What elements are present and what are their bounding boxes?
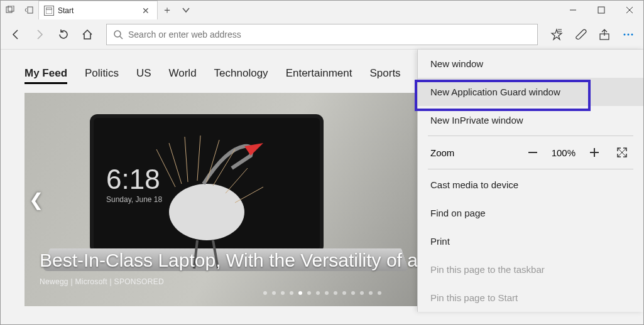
svg-line-20 bbox=[185, 137, 188, 182]
browser-tab[interactable]: Start ✕ bbox=[38, 1, 158, 19]
minimize-button[interactable] bbox=[559, 1, 587, 19]
carousel-dot[interactable] bbox=[263, 291, 267, 295]
tab-preview-button[interactable] bbox=[1, 6, 19, 14]
new-tab-button[interactable]: ＋ bbox=[158, 4, 177, 17]
svg-rect-6 bbox=[598, 7, 604, 13]
menu-cast[interactable]: Cast media to device bbox=[418, 171, 643, 199]
menu-zoom-row: Zoom 100% bbox=[418, 137, 643, 168]
forward-button[interactable] bbox=[28, 23, 51, 46]
svg-point-17 bbox=[169, 184, 244, 240]
search-icon bbox=[113, 29, 123, 40]
menu-new-appguard-window[interactable]: New Application Guard window bbox=[418, 78, 643, 106]
feed-nav-item[interactable]: World bbox=[169, 67, 197, 84]
svg-line-25 bbox=[235, 187, 263, 203]
svg-rect-1 bbox=[8, 6, 14, 11]
zoom-in-button[interactable] bbox=[586, 144, 603, 161]
svg-point-15 bbox=[628, 33, 630, 35]
carousel-dot[interactable] bbox=[334, 291, 337, 295]
page-content: My FeedPoliticsUSWorldTechnologyEntertai… bbox=[1, 50, 643, 325]
carousel-dot[interactable] bbox=[369, 291, 373, 295]
home-button[interactable] bbox=[76, 23, 99, 46]
menu-separator bbox=[428, 169, 633, 169]
svg-rect-3 bbox=[46, 8, 52, 14]
menu-new-window[interactable]: New window bbox=[418, 50, 643, 78]
carousel-dot[interactable] bbox=[272, 291, 276, 295]
carousel-dot[interactable] bbox=[290, 291, 293, 295]
toolbar bbox=[1, 19, 643, 50]
feed-nav-item[interactable]: US bbox=[136, 67, 151, 84]
feed-nav-item[interactable]: My Feed bbox=[25, 67, 67, 84]
menu-zoom-label: Zoom bbox=[430, 147, 514, 158]
menu-separator bbox=[428, 136, 633, 136]
tab-favicon bbox=[44, 6, 54, 16]
address-bar[interactable] bbox=[106, 24, 538, 45]
more-button[interactable] bbox=[617, 23, 640, 46]
zoom-out-button[interactable] bbox=[524, 144, 542, 161]
svg-line-24 bbox=[226, 168, 248, 193]
carousel-dot[interactable] bbox=[378, 291, 381, 295]
carousel-dot[interactable] bbox=[298, 291, 302, 295]
tab-actions-button[interactable] bbox=[177, 6, 195, 14]
tab-close-button[interactable]: ✕ bbox=[139, 6, 152, 16]
menu-print[interactable]: Print bbox=[418, 227, 643, 255]
svg-rect-2 bbox=[28, 7, 33, 13]
tab-title: Start bbox=[58, 6, 139, 15]
feed-nav-item[interactable]: Sports bbox=[369, 67, 400, 84]
window-controls bbox=[559, 1, 643, 19]
svg-point-14 bbox=[624, 33, 626, 35]
close-window-button[interactable] bbox=[615, 1, 643, 19]
titlebar-left: Start ✕ ＋ bbox=[1, 1, 195, 19]
carousel-dot[interactable] bbox=[351, 291, 355, 295]
titlebar: Start ✕ ＋ bbox=[1, 1, 643, 19]
back-button[interactable] bbox=[4, 23, 27, 46]
menu-pin-start: Pin this page to Start bbox=[418, 284, 643, 312]
svg-rect-4 bbox=[46, 8, 52, 9]
menu-find[interactable]: Find on page bbox=[418, 199, 643, 227]
share-button[interactable] bbox=[593, 23, 616, 46]
favorites-button[interactable] bbox=[545, 23, 568, 46]
feed-nav-item[interactable]: Politics bbox=[85, 67, 119, 84]
notes-button[interactable] bbox=[569, 23, 592, 46]
feed-nav-item[interactable]: Entertainment bbox=[286, 67, 352, 84]
svg-point-9 bbox=[114, 31, 121, 37]
svg-line-21 bbox=[197, 136, 200, 181]
svg-rect-0 bbox=[6, 7, 12, 13]
refresh-button[interactable] bbox=[52, 23, 75, 46]
carousel-dot[interactable] bbox=[316, 291, 320, 295]
carousel-dot[interactable] bbox=[360, 291, 364, 295]
feed-nav-item[interactable]: Technology bbox=[214, 67, 268, 84]
svg-line-10 bbox=[120, 36, 123, 39]
carousel-dot[interactable] bbox=[307, 291, 311, 295]
fullscreen-button[interactable] bbox=[613, 144, 631, 161]
carousel-dot[interactable] bbox=[281, 291, 285, 295]
set-aside-tabs-button[interactable] bbox=[19, 6, 38, 14]
carousel-dot[interactable] bbox=[325, 291, 329, 295]
svg-line-22 bbox=[207, 140, 219, 182]
svg-point-16 bbox=[631, 33, 633, 35]
menu-new-inprivate-window[interactable]: New InPrivate window bbox=[418, 106, 643, 134]
address-input[interactable] bbox=[128, 29, 531, 40]
more-menu: New window New Application Guard window … bbox=[417, 50, 643, 312]
zoom-value: 100% bbox=[552, 147, 576, 158]
carousel-dot[interactable] bbox=[342, 291, 346, 295]
menu-pin-taskbar: Pin this page to the taskbar bbox=[418, 255, 643, 284]
carousel-prev-button[interactable]: ❮ bbox=[28, 187, 43, 212]
maximize-button[interactable] bbox=[587, 1, 615, 19]
